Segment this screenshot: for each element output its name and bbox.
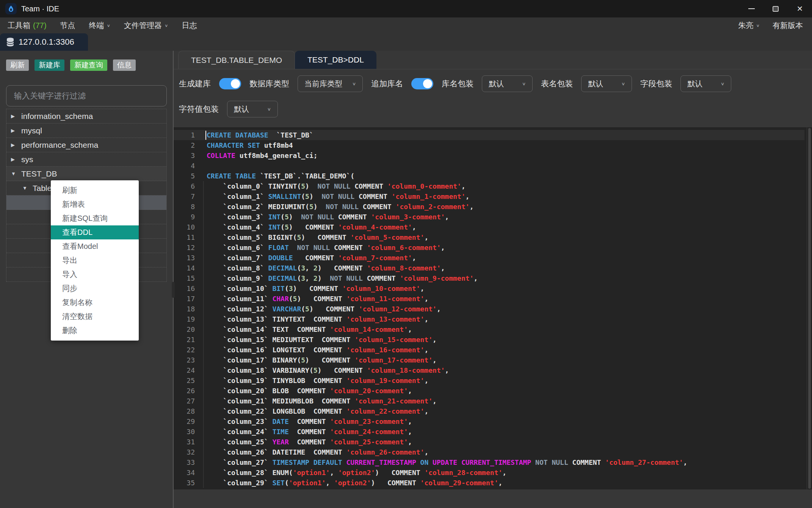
code-line[interactable]: 18 `column_12` VARCHAR(5) COMMENT 'colum… — [174, 304, 804, 314]
code-token: , — [408, 387, 412, 395]
code-line[interactable]: 31 `column_25` YEAR COMMENT 'column_25-c… — [174, 437, 804, 447]
code-line[interactable]: 7 `column_1` SMALLINT(5) NOT NULL COMMEN… — [174, 191, 804, 202]
code-line[interactable]: 1CREATE DATABASE `TEST_DB` — [174, 130, 804, 140]
code-line[interactable]: 27 `column_21` MEDIUMBLOB COMMENT 'colum… — [174, 396, 804, 406]
code-token: , — [424, 346, 428, 354]
line-number: 18 — [174, 305, 201, 313]
chevron-right-icon[interactable]: ▶ — [11, 128, 18, 133]
splitter-grip[interactable] — [172, 282, 175, 298]
code-line[interactable]: 26 `column_20` BLOB COMMENT 'column_20-c… — [174, 386, 804, 396]
ddl-editor[interactable]: 1CREATE DATABASE `TEST_DB`2CHARACTER SET… — [174, 127, 812, 489]
minimize-icon — [748, 8, 755, 9]
chevron-down-icon[interactable]: ▼ — [22, 185, 29, 191]
chevron-down-icon: ∨ — [352, 81, 356, 86]
code-line[interactable]: 13 `column_7` DOUBLE COMMENT 'column_7-c… — [174, 253, 804, 263]
context-menu-item[interactable]: 查看Model — [51, 239, 139, 253]
code-token: `column_1` — [207, 192, 268, 200]
code-line[interactable]: 5CREATE TABLE `TEST_DB`.`TABLE_DEMO`( — [174, 171, 804, 181]
line-number: 25 — [174, 377, 201, 385]
chevron-right-icon[interactable]: ▶ — [11, 142, 18, 148]
editor-vertical-scrollbar[interactable] — [807, 127, 812, 489]
code-token: BIT — [272, 284, 285, 292]
dropdown-select[interactable]: 默认∨ — [680, 75, 731, 92]
code-line[interactable]: 28 `column_22` LONGBLOB COMMENT 'column_… — [174, 406, 804, 416]
code-line[interactable]: 24 `column_18` VARBINARY(5) COMMENT 'col… — [174, 365, 804, 375]
toolbar-label: 字符值包装 — [179, 104, 219, 114]
dropdown-select[interactable]: 默认∨ — [227, 101, 278, 117]
code-line[interactable]: 6 `column_0` TINYINT(5) NOT NULL COMMENT… — [174, 181, 804, 191]
tree-filter-input[interactable] — [6, 85, 167, 106]
menu-item[interactable]: 工具箱(77) — [8, 20, 47, 31]
code-line[interactable]: 19 `column_13` TINYTEXT COMMENT 'column_… — [174, 314, 804, 324]
line-number: 24 — [174, 366, 201, 374]
code-line[interactable]: 29 `column_23` DATE COMMENT 'column_23-c… — [174, 416, 804, 427]
context-menu-item[interactable]: 删除 — [51, 324, 139, 338]
menu-item[interactable]: 日志 — [182, 20, 197, 31]
context-menu-item[interactable]: 刷新 — [51, 183, 139, 197]
chevron-down-icon[interactable]: ▼ — [11, 171, 18, 177]
code-line[interactable]: 16 `column_10` BIT(3) COMMENT 'column_10… — [174, 283, 804, 294]
sidebar-button[interactable]: 新建库 — [34, 59, 64, 71]
menu-item[interactable]: 朱亮∨ — [738, 20, 760, 31]
sidebar-button[interactable]: 信息 — [113, 59, 136, 71]
code-line[interactable]: 30 `column_24` TIME COMMENT 'column_24-c… — [174, 427, 804, 437]
context-menu-item[interactable]: 复制名称 — [51, 295, 139, 309]
code-text: `column_2` MEDIUMINT(5) NOT NULL COMMENT… — [207, 203, 473, 211]
tree-item[interactable]: ▶mysql — [6, 123, 166, 138]
code-line[interactable]: 23 `column_17` BINARY(5) COMMENT 'column… — [174, 355, 804, 365]
code-line[interactable]: 4 — [174, 161, 804, 171]
code-line[interactable]: 14 `column_8` DECIMAL(3, 2) COMMENT 'col… — [174, 263, 804, 273]
code-line[interactable]: 25 `column_19` TINYBLOB COMMENT 'column_… — [174, 375, 804, 386]
menu-item[interactable]: 有新版本 — [773, 20, 803, 31]
code-line[interactable]: 17 `column_11` CHAR(5) COMMENT 'column_1… — [174, 294, 804, 304]
sidebar-button[interactable]: 新建查询 — [70, 59, 107, 71]
minimize-button[interactable] — [739, 0, 763, 17]
code-token: `column_12` — [207, 305, 272, 313]
line-number: 10 — [174, 223, 201, 231]
code-line[interactable]: 35 `column_29` SET('option1', 'option2')… — [174, 478, 804, 488]
toggle-switch[interactable] — [219, 78, 241, 89]
context-menu-item[interactable]: 查看DDL — [51, 225, 139, 239]
close-button[interactable]: ✕ — [788, 0, 812, 17]
editor-tab[interactable]: TEST_DB>DDL — [295, 51, 376, 69]
scrollbar-thumb[interactable] — [808, 128, 811, 489]
code-line[interactable]: 21 `column_15` MEDIUMTEXT COMMENT 'colum… — [174, 334, 804, 345]
context-menu-item[interactable]: 导出 — [51, 253, 139, 267]
editor-tab[interactable]: TEST_DB.TABLE_DEMO — [178, 51, 295, 69]
code-line[interactable]: 12 `column_6` FLOAT NOT NULL COMMENT 'co… — [174, 242, 804, 253]
code-token: 'column_4-comment' — [338, 223, 412, 231]
code-line[interactable]: 22 `column_16` LONGTEXT COMMENT 'column_… — [174, 345, 804, 355]
maximize-button[interactable] — [763, 0, 788, 17]
code-line[interactable]: 3COLLATE utf8mb4_general_ci; — [174, 150, 804, 161]
code-line[interactable]: 11 `column_5` BIGINT(5) COMMENT 'column_… — [174, 232, 804, 242]
code-line[interactable]: 2CHARACTER SET utf8mb4 — [174, 140, 804, 150]
sidebar-button[interactable]: 刷新 — [6, 59, 29, 71]
context-menu-item[interactable]: 新增表 — [51, 197, 139, 211]
code-line[interactable]: 34 `column_28` ENUM('option1', 'option2'… — [174, 467, 804, 478]
context-menu-item[interactable]: 导入 — [51, 267, 139, 281]
tree-item[interactable]: ▼TEST_DB — [6, 167, 166, 181]
code-line[interactable]: 15 `column_9` DECIMAL(3, 2) NOT NULL COM… — [174, 273, 804, 283]
connection-tab[interactable]: 127.0.0.1:3306 — [0, 33, 88, 51]
code-line[interactable]: 32 `column_26` DATETIME COMMENT 'column_… — [174, 447, 804, 457]
dropdown-select[interactable]: 默认∨ — [482, 75, 533, 92]
toggle-switch[interactable] — [411, 78, 433, 89]
tree-item[interactable]: ▶sys — [6, 152, 166, 167]
code-line[interactable]: 9 `column_3` INT(5) NOT NULL COMMENT 'co… — [174, 212, 804, 222]
menu-item[interactable]: 文件管理器∨ — [124, 20, 168, 31]
menu-item[interactable]: 节点 — [60, 20, 75, 31]
code-line[interactable]: 20 `column_14` TEXT COMMENT 'column_14-c… — [174, 324, 804, 334]
tree-item[interactable]: ▶information_schema — [6, 109, 166, 123]
tree-item[interactable]: ▶performance_schema — [6, 138, 166, 152]
dropdown-select[interactable]: 当前库类型∨ — [298, 75, 363, 92]
code-line[interactable]: 33 `column_27` TIMESTAMP DEFAULT CURRENT… — [174, 457, 804, 467]
context-menu-item[interactable]: 清空数据 — [51, 309, 139, 324]
code-line[interactable]: 10 `column_4` INT(5) COMMENT 'column_4-c… — [174, 222, 804, 232]
context-menu-item[interactable]: 同步 — [51, 281, 139, 295]
menu-item[interactable]: 终端∨ — [89, 20, 111, 31]
chevron-right-icon[interactable]: ▶ — [11, 113, 18, 119]
code-line[interactable]: 8 `column_2` MEDIUMINT(5) NOT NULL COMME… — [174, 202, 804, 212]
context-menu-item[interactable]: 新建SQL查询 — [51, 211, 139, 225]
dropdown-select[interactable]: 默认∨ — [581, 75, 632, 92]
chevron-right-icon[interactable]: ▶ — [11, 156, 18, 162]
